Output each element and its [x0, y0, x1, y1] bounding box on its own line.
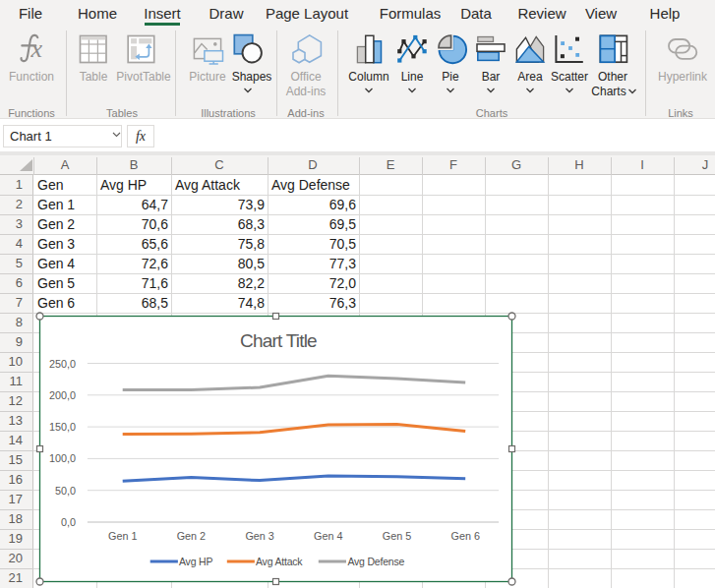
svg-text:Gen 6: Gen 6: [450, 530, 479, 542]
svg-text:Gen 4: Gen 4: [314, 530, 342, 542]
svg-text:Gen 2: Gen 2: [177, 530, 206, 542]
svg-text:200,0: 200,0: [49, 389, 76, 401]
svg-text:Gen 3: Gen 3: [245, 530, 273, 542]
svg-text:Avg Attack: Avg Attack: [256, 556, 303, 567]
svg-text:Gen 1: Gen 1: [108, 530, 137, 542]
svg-text:0,0: 0,0: [61, 516, 76, 528]
svg-text:Chart Title: Chart Title: [240, 330, 317, 351]
svg-text:100,0: 100,0: [49, 452, 76, 464]
svg-text:x: x: [30, 34, 43, 63]
svg-text:Avg HP: Avg HP: [179, 556, 212, 567]
svg-text:250,0: 250,0: [49, 358, 76, 370]
svg-text:150,0: 150,0: [49, 421, 76, 433]
svg-text:Avg Defense: Avg Defense: [347, 556, 404, 567]
svg-text:50,0: 50,0: [55, 485, 76, 497]
svg-text:Gen 5: Gen 5: [383, 530, 411, 542]
